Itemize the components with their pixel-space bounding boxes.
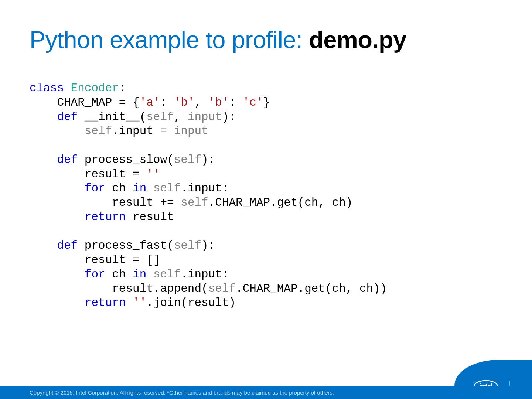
colon: : [119, 82, 126, 95]
t: , [174, 110, 188, 123]
kw-for: for [30, 268, 105, 281]
t: ): [201, 239, 215, 252]
t: } [263, 96, 270, 109]
str-empty: '' [146, 168, 160, 181]
t: ): [201, 153, 215, 166]
kw-return: return [30, 211, 126, 224]
self: self [174, 239, 201, 252]
t [146, 182, 153, 195]
footer-bar: Copyright © 2015, Intel Corporation. All… [0, 386, 532, 399]
kw-in: in [133, 268, 146, 281]
kw-return: return [30, 296, 126, 309]
t: : [229, 96, 243, 109]
str-c: 'c' [243, 96, 263, 109]
str-b2: 'b' [208, 96, 229, 109]
t: result.append( [30, 282, 208, 295]
slide-title: Python example to profile: demo.py [30, 26, 406, 54]
kw-in: in [133, 182, 146, 195]
str-b: 'b' [174, 96, 195, 109]
t: ): [222, 110, 236, 123]
t: .join(result) [146, 296, 236, 309]
slide: Python example to profile: demo.py class… [0, 0, 532, 399]
t: result [126, 211, 174, 224]
title-prefix: Python example to profile: [30, 26, 309, 53]
fn-init: __init__( [78, 110, 146, 123]
self: self [146, 110, 174, 123]
self: self [181, 196, 208, 209]
kw-for: for [30, 182, 105, 195]
t: .CHAR_MAP.get(ch, ch) [208, 196, 353, 209]
fn-slow: process_slow( [78, 153, 174, 166]
result-list: result = [] [30, 253, 160, 266]
charmap-a: CHAR_MAP = { [30, 96, 140, 109]
result-init: result = [30, 168, 146, 181]
t [146, 268, 153, 281]
t: : [160, 96, 174, 109]
kw-def: def [30, 153, 78, 166]
str-a: 'a' [140, 96, 160, 109]
code-block: class Encoder: CHAR_MAP = {'a': 'b', 'b'… [30, 81, 387, 310]
t: .input: [181, 182, 229, 195]
copyright-text: Copyright © 2015, Intel Corporation. All… [0, 389, 532, 396]
t: ch [105, 268, 133, 281]
kw-class: class [30, 82, 64, 95]
t: .CHAR_MAP.get(ch, ch)) [236, 282, 387, 295]
self: self [174, 153, 201, 166]
str-empty: '' [133, 296, 146, 309]
t: .input = [112, 125, 174, 137]
self: self [153, 268, 181, 281]
t [126, 296, 133, 309]
input: input [174, 125, 208, 137]
self: self [153, 182, 181, 195]
kw-def: def [30, 110, 78, 123]
fn-fast: process_fast( [78, 239, 174, 252]
self: self [208, 282, 236, 295]
indent [30, 125, 85, 137]
t: result += [30, 196, 181, 209]
kw-def: def [30, 239, 78, 252]
t: .input: [181, 268, 229, 281]
t: , [195, 96, 208, 109]
self: self [85, 125, 112, 137]
input: input [188, 110, 222, 123]
t: ch [105, 182, 133, 195]
class-name: Encoder [64, 82, 119, 95]
title-bold: demo.py [309, 26, 406, 53]
